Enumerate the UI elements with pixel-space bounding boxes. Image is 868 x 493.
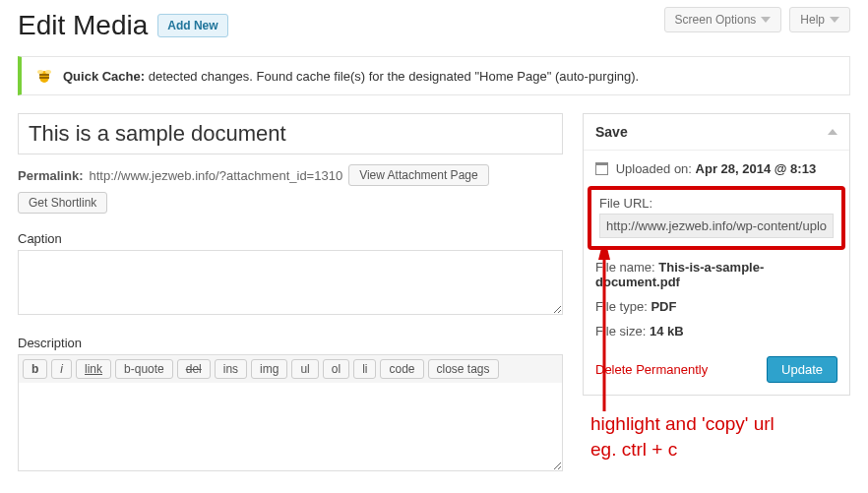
chevron-down-icon xyxy=(761,17,771,23)
screen-options-label: Screen Options xyxy=(675,13,757,27)
uploaded-on-row: Uploaded on: Apr 28, 2014 @ 8:13 xyxy=(595,160,837,176)
caption-input[interactable] xyxy=(18,250,563,315)
file-size-value: 14 kB xyxy=(650,324,684,339)
view-attachment-button[interactable]: View Attachment Page xyxy=(348,164,489,186)
file-type-label: File type: xyxy=(595,299,648,314)
uploaded-value: Apr 28, 2014 @ 8:13 xyxy=(696,161,817,176)
update-button[interactable]: Update xyxy=(767,356,837,383)
annotation-line-1: highlight and 'copy' url xyxy=(590,411,775,437)
qt-ol-button[interactable]: ol xyxy=(323,359,349,379)
qt-code-button[interactable]: code xyxy=(380,359,423,379)
caption-label: Caption xyxy=(18,231,563,246)
bee-icon xyxy=(35,67,53,85)
qt-close-button[interactable]: close tags xyxy=(428,359,499,379)
file-url-label: File URL: xyxy=(599,196,834,211)
help-label: Help xyxy=(800,13,825,27)
permalink-url: http://www.jezweb.info/?attachment_id=13… xyxy=(89,168,342,183)
qt-li-button[interactable]: li xyxy=(353,359,376,379)
notice-bar: Quick Cache: detected changes. Found cac… xyxy=(18,56,850,95)
file-name-label: File name: xyxy=(595,260,655,275)
file-url-input[interactable] xyxy=(599,214,834,238)
chevron-down-icon xyxy=(830,17,839,23)
qt-link-button[interactable]: link xyxy=(76,359,111,379)
svg-point-2 xyxy=(45,70,51,74)
screen-options-button[interactable]: Screen Options xyxy=(664,7,782,32)
file-size-row: File size: 14 kB xyxy=(595,324,837,339)
notice-message: detected changes. Found cache file(s) fo… xyxy=(149,69,639,84)
file-size-label: File size: xyxy=(595,324,646,339)
qt-img-button[interactable]: img xyxy=(251,359,287,379)
description-input[interactable] xyxy=(18,383,563,471)
notice-prefix: Quick Cache: xyxy=(63,69,145,84)
help-button[interactable]: Help xyxy=(789,7,850,32)
file-type-value: PDF xyxy=(651,299,676,314)
qt-italic-button[interactable]: i xyxy=(51,359,72,379)
get-shortlink-button[interactable]: Get Shortlink xyxy=(18,192,107,214)
description-label: Description xyxy=(18,336,563,350)
uploaded-label: Uploaded on: xyxy=(616,161,692,176)
collapse-icon xyxy=(828,129,837,135)
qt-ins-button[interactable]: ins xyxy=(215,359,247,379)
permalink-label: Permalink: xyxy=(18,168,83,183)
quicktags-toolbar: b i link b-quote del ins img ul ol li co… xyxy=(18,354,563,383)
save-box-header[interactable]: Save xyxy=(584,114,849,151)
annotation-text: highlight and 'copy' url eg. ctrl + c xyxy=(590,411,775,462)
qt-bquote-button[interactable]: b-quote xyxy=(115,359,173,379)
annotation-line-2: eg. ctrl + c xyxy=(590,437,775,462)
svg-point-1 xyxy=(37,70,43,74)
file-name-row: File name: This-is-a-sample-document.pdf xyxy=(595,260,837,289)
file-type-row: File type: PDF xyxy=(595,299,837,314)
qt-bold-button[interactable]: b xyxy=(23,359,47,379)
qt-ul-button[interactable]: ul xyxy=(291,359,318,379)
delete-permanently-link[interactable]: Delete Permanently xyxy=(595,362,708,377)
calendar-icon xyxy=(595,162,608,175)
save-box-title: Save xyxy=(595,124,628,140)
file-url-highlight: File URL: xyxy=(588,186,845,250)
save-box: Save Uploaded on: Apr 28, 2014 @ 8:13 Fi… xyxy=(583,113,850,396)
add-new-button[interactable]: Add New xyxy=(157,14,227,37)
post-title-input[interactable] xyxy=(18,113,563,154)
notice-text: Quick Cache: detected changes. Found cac… xyxy=(63,69,639,84)
qt-del-button[interactable]: del xyxy=(177,359,211,379)
page-title: Edit Media xyxy=(18,10,148,41)
